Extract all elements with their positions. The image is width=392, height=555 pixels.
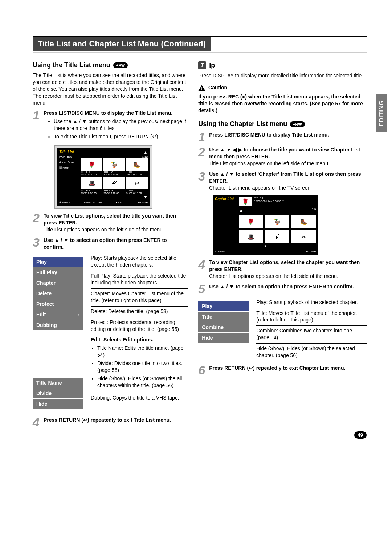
step-number-icon: 4 xyxy=(33,417,41,428)
r-step1-bold: Press LIST/DISC MENU to display Title Li… xyxy=(209,132,329,138)
right-step-4: 4 To view Chapter List options, select t… xyxy=(198,259,367,280)
title-list-screenshot: Title List DVD+RW 4hour 8min ☑ Free ▲ 1/… xyxy=(54,145,152,209)
tip-text: Press DISPLAY to display more detailed t… xyxy=(198,72,367,79)
step-number-icon: 1 xyxy=(198,131,207,143)
ss-foot-close: ↩Close xyxy=(138,201,148,204)
ss2-meta-date: 16/05/2004 Sun 0:00:50 ☑ xyxy=(254,200,284,203)
r-step4-bold: To view Chapter List options, select the… xyxy=(209,259,360,272)
ss-cap-meta: 15/05 0:08:00 xyxy=(81,192,102,194)
opt-fullplay: Full Play: Starts playback the selected … xyxy=(91,271,188,289)
ss2-foot-close: ↩Close xyxy=(306,250,316,253)
opt-delete: Delete: Deletes the title. (page 53) xyxy=(91,307,188,317)
ss-cap-meta: 16/05 0:30:00 xyxy=(126,173,148,176)
menu-item-hide: Hide xyxy=(198,333,249,343)
ss-up-arrow-icon: ▲ xyxy=(81,150,148,155)
opt-edit-b2: Divide: Divides one title into two title… xyxy=(97,360,188,374)
menu-item-play: Play xyxy=(33,257,83,267)
opt-edit-head: Edit: Selects Edit options. xyxy=(91,337,154,343)
menu-item-protect: Protect xyxy=(33,299,83,309)
left-step-2: 2 To view Title List options, select the… xyxy=(33,212,188,233)
menu-item-fullplay: Full Play xyxy=(33,267,83,278)
ss-thumb: 🦆 xyxy=(103,158,125,171)
ss-cap: TITLE 3 xyxy=(126,171,148,173)
title-list-menu: Play Full Play Chapter Delete Protect Ed… xyxy=(33,257,83,331)
step1-bullet-2: To exit the Title List menu, press RETUR… xyxy=(54,133,188,140)
r-opt-play: Play: Starts playback of the selected ch… xyxy=(256,297,367,308)
ss2-thumb: 🎩 xyxy=(239,230,263,243)
ss2-thumb: 🖋 xyxy=(265,230,290,243)
ss2-title: Capter List xyxy=(215,197,237,201)
ss-cap-meta: 20/05 0:10:00 xyxy=(103,192,125,194)
opt-edit-b3: Hide (Show): Hides (or Shows) the all ch… xyxy=(97,375,188,389)
heading-text: Using the Chapter List menu xyxy=(198,120,287,128)
r-opt-combine: Combine: Combines two chapters into one.… xyxy=(256,326,367,344)
ss2-up-arrow-icon: ▲ xyxy=(239,208,243,213)
right-step-6: 6 Press RETURN (↩) repeatedly to exit Ch… xyxy=(198,365,367,376)
step4-bold: Press RETURN (↩) repeatedly to exit Titl… xyxy=(44,417,171,423)
ss-free-time: 4hour 8min xyxy=(59,161,81,164)
r-step3-text: Chapter List menu appears on the TV scre… xyxy=(209,185,312,191)
rw-badge-icon: +RW xyxy=(290,121,305,127)
ss-foot-rec: ●REC xyxy=(116,201,124,204)
ss2-foot-select: ⊙Select xyxy=(215,250,225,253)
ss-thumb: 🖋 xyxy=(103,177,125,189)
opt-edit: Edit: Selects Edit options. Title Name: … xyxy=(91,335,188,393)
ss-count: 1/12 xyxy=(81,155,148,158)
heading-text: Using the Title List menu xyxy=(33,61,110,69)
menu-item-divide: Divide xyxy=(33,388,83,399)
caution-icon xyxy=(198,85,205,91)
step-number-icon: 2 xyxy=(33,212,41,233)
right-step-5: 5 Use ▲ / ▼ to select an option then pre… xyxy=(198,283,367,295)
right-step-3: 3 Use ▲ / ▼ to select 'Chapter' from Tit… xyxy=(198,171,367,191)
menu-item-titlename: Title Name xyxy=(33,378,83,388)
chapter-list-menu: Play Title Combine Hide xyxy=(198,301,249,357)
ss-thumb: 🥾 xyxy=(126,158,148,171)
menu-item-dubbing: Dubbing xyxy=(33,320,83,331)
heading-title-list: Using the Title List menu +RW xyxy=(33,61,188,69)
r-step3-bold: Use ▲ / ▼ to select 'Chapter' from Title… xyxy=(209,171,361,184)
r-step2-text: Title List options appears on the left s… xyxy=(209,161,330,166)
tip-label: ip xyxy=(209,62,215,69)
ss-cap: TITLE 5 xyxy=(103,189,125,192)
ss-cap-meta: 17/05 0:35:00 xyxy=(103,173,125,176)
step-number-icon: 2 xyxy=(198,146,207,167)
opt-play: Play: Starts playback the selected title… xyxy=(91,253,188,271)
chapter-list-screenshot: Capter List 🌹 TITLE 1 16/05/2004 Sun 0:0… xyxy=(213,195,318,255)
ss2-meta-title: TITLE 1 xyxy=(254,197,284,200)
step-number-icon: 1 xyxy=(33,110,41,142)
menu-item-edit-label: Edit xyxy=(36,312,46,317)
opt-dubbing: Dubbing: Copys the title to a VHS tape. xyxy=(91,393,188,404)
ss-foot-info: DISPLAY Info xyxy=(84,201,102,204)
right-step-2: 2 Use ▲ ▼ ◀ ▶ to choose the title you wa… xyxy=(198,146,367,167)
menu-item-combine: Combine xyxy=(198,322,249,333)
opt-protect: Protect: Protects accidental recording, … xyxy=(91,317,188,335)
menu-item-hide: Hide xyxy=(33,399,83,409)
ss2-down-arrow-icon: ▼ xyxy=(215,244,316,248)
caution-text: If you press REC (●) when the Title List… xyxy=(198,93,367,114)
r-step2-bold: Use ▲ ▼ ◀ ▶ to choose the title you want… xyxy=(209,147,360,159)
chevron-right-icon: › xyxy=(78,312,80,317)
side-tab-editing: EDITING xyxy=(376,94,387,132)
page-number: 49 xyxy=(354,431,367,439)
page-title: Title List and Chapter List Menu (Contin… xyxy=(33,37,211,51)
title-bar: Title List and Chapter List Menu (Contin… xyxy=(33,36,367,51)
menu-item-chapter: Chapter xyxy=(33,278,83,288)
ss2-thumb: 🌹 xyxy=(239,215,263,228)
step-number-icon: 5 xyxy=(198,283,207,295)
right-step-1: 1 Press LIST/DISC MENU to display Title … xyxy=(198,131,367,143)
ss-cap: TITLE 1 xyxy=(81,171,102,173)
ss-title: Title List xyxy=(59,150,81,154)
ss-down-arrow-icon: ▼ xyxy=(81,194,148,199)
ss2-thumb: ✂ xyxy=(291,230,316,243)
r-opt-title: Title: Moves to Title List menu of the c… xyxy=(256,308,367,326)
step-number-icon: 3 xyxy=(198,171,207,191)
ss2-count: 1/9 xyxy=(312,208,316,213)
r-step4-text: Chapter List options appears on the left… xyxy=(209,273,338,279)
step2-text: Title List options appears on the left s… xyxy=(44,227,164,232)
ss-thumb: ✂ xyxy=(126,177,148,189)
step2-bold: To view Title List options, select the t… xyxy=(44,213,176,226)
ss-dvd-label: DVD+RW xyxy=(59,155,81,159)
tip-heading: T ip xyxy=(198,61,367,69)
ss-thumb: 🌹 xyxy=(81,158,102,171)
rw-badge-icon: +RW xyxy=(113,62,128,68)
